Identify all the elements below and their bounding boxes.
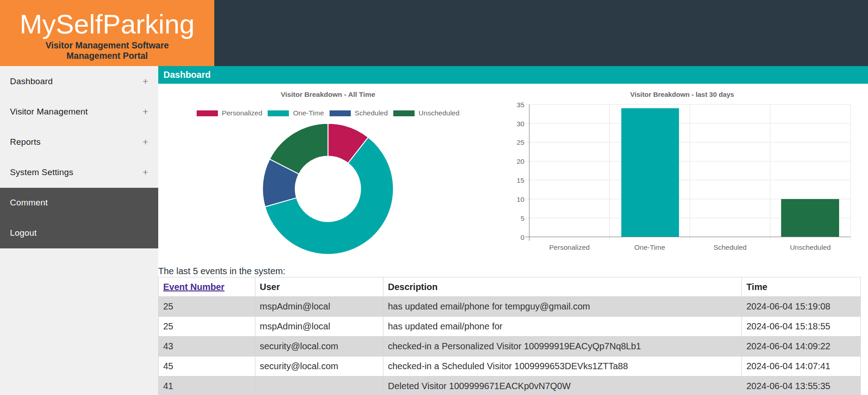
svg-text:10: 10 bbox=[517, 195, 525, 203]
svg-text:0: 0 bbox=[520, 233, 524, 241]
svg-text:One-Time: One-Time bbox=[634, 243, 665, 251]
svg-text:Scheduled: Scheduled bbox=[713, 243, 746, 251]
svg-text:Visitor Breakdown - last 30 da: Visitor Breakdown - last 30 days bbox=[630, 90, 734, 98]
svg-text:Personalized: Personalized bbox=[549, 243, 590, 251]
svg-text:Unscheduled: Unscheduled bbox=[790, 243, 830, 251]
svg-text:25: 25 bbox=[517, 138, 524, 146]
svg-text:15: 15 bbox=[517, 176, 524, 184]
svg-text:35: 35 bbox=[517, 101, 524, 109]
svg-text:5: 5 bbox=[520, 214, 524, 222]
svg-text:20: 20 bbox=[517, 157, 525, 165]
svg-text:30: 30 bbox=[517, 120, 525, 128]
